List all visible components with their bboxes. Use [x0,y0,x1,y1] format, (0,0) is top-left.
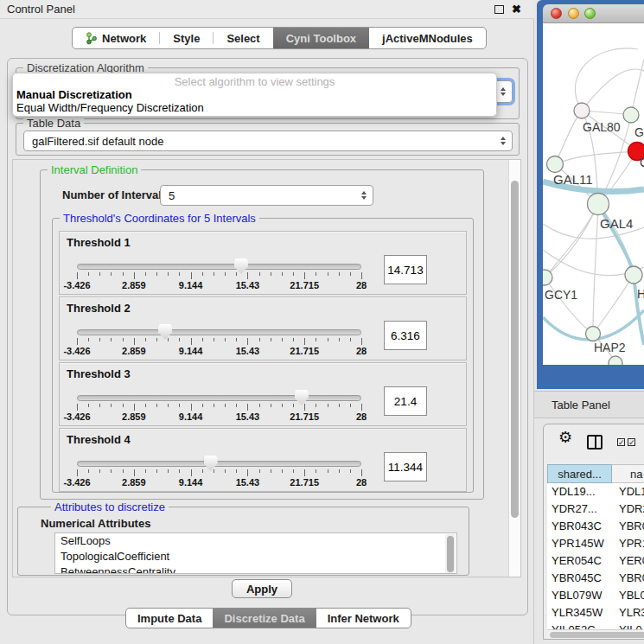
column-header-name[interactable]: na [612,464,644,483]
minimize-traffic-light-icon[interactable] [568,8,579,19]
slider-track[interactable] [77,395,361,401]
gear-icon[interactable]: ⚙ [558,428,572,447]
attribute-list-item[interactable]: TopologicalCoefficient [55,549,456,564]
table-row[interactable]: YER054CYER0 [547,552,644,570]
dropdown-option-manual[interactable]: Manual Discretization [13,88,496,101]
minor-tick [259,404,260,407]
tab-cyni-toolbox[interactable]: Cyni Toolbox [273,28,369,48]
tab-style[interactable]: Style [160,28,213,48]
tab-discretize-data[interactable]: Discretize Data [213,609,316,628]
major-tick [191,338,192,345]
checkbox-icon[interactable]: ✓ [628,438,635,446]
split-columns-icon[interactable] [587,435,603,450]
table-row[interactable]: YBL079WYBL0 [547,587,644,604]
minor-tick [350,338,351,341]
tick-label: 28 [356,346,367,356]
table-row[interactable]: YDL19...YDL1 [547,483,644,501]
tab-network[interactable]: Network [73,28,159,48]
number-of-intervals-combobox[interactable]: 5 [160,185,373,206]
slider-thumb[interactable] [158,324,172,340]
minor-tick [111,469,112,473]
tick-label: 9.144 [179,477,203,488]
minor-tick [225,272,226,276]
minor-tick [293,469,294,473]
table-row[interactable]: YBR045CYBR0 [547,570,644,587]
network-node[interactable] [625,266,642,284]
major-tick [304,404,305,411]
close-traffic-light-icon[interactable] [551,8,562,19]
tick-label: -3.426 [63,411,90,422]
minor-tick [350,404,351,407]
network-node[interactable] [609,356,622,365]
major-tick [361,404,362,411]
threshold-value-field[interactable]: 11.344 [384,452,427,481]
threshold-value-field[interactable]: 6.316 [384,321,427,350]
network-node[interactable] [588,194,609,215]
tab-jactivemnodules[interactable]: jActiveMNodules [369,28,486,48]
network-node[interactable] [547,156,564,173]
table-row[interactable]: YPR145WYPR1 [547,535,644,552]
dropdown-option-equal-width[interactable]: Equal Width/Frequency Discretization [13,101,496,114]
attribute-list-item[interactable]: SelfLoops [55,533,456,549]
minor-tick [282,272,283,276]
minor-tick [293,404,294,407]
zoom-traffic-light-icon[interactable] [584,8,596,19]
major-tick [77,338,78,345]
scrollbar-thumb[interactable] [447,536,454,572]
tick-label: 21.715 [290,477,319,488]
numerical-attributes-label: Numerical Attributes [41,517,150,530]
tab-select[interactable]: Select [214,28,272,48]
vertical-scrollbar[interactable] [508,160,520,577]
minor-tick [282,404,283,407]
minor-tick [111,272,112,276]
tick-label: 21.715 [290,411,319,422]
tab-cyni-toolbox-label: Cyni Toolbox [286,32,356,45]
table-data-combobox[interactable]: galFiltered.sif default node [23,131,513,151]
tab-infer-network[interactable]: Infer Network [316,609,411,628]
float-window-icon[interactable] [494,5,504,14]
minor-tick [282,338,283,341]
threshold-value-field[interactable]: 14.713 [384,255,427,284]
close-icon[interactable]: ✖ [512,3,521,16]
tab-impute-data[interactable]: Impute Data [126,609,213,628]
slider-track[interactable] [77,461,361,467]
table-panel-header: Table Panel [534,391,644,418]
threshold-value-field[interactable]: 21.4 [384,386,427,416]
algorithm-dropdown-popup: Select algorithm to view settings Manual… [12,73,497,117]
combo-arrows-icon [501,137,506,145]
major-tick [191,404,192,411]
tick-label: 2.859 [122,411,146,422]
list-scrollbar[interactable] [445,534,456,574]
horizontal-scrollbar[interactable] [547,629,644,639]
minor-tick [328,272,328,276]
network-node[interactable] [574,103,590,118]
table-cell-shared-name: YBR045C [552,570,602,587]
tab-impute-data-label: Impute Data [137,612,201,625]
table-row[interactable]: YBR043CYBR0 [547,518,644,535]
attribute-list-item[interactable]: BetweennessCentrality [55,564,456,574]
minor-tick [156,272,157,276]
network-node[interactable] [586,327,601,341]
apply-button[interactable]: Apply [232,579,292,598]
slider-thumb[interactable] [204,456,218,471]
table-row[interactable]: YLR345WYLR3 [547,604,644,622]
tick-label: 21.715 [290,346,319,356]
minor-tick [214,404,214,407]
network-canvas[interactable]: GAL80GACGAL11GAL4HGCY1HAP2 [543,23,644,365]
network-node[interactable] [623,107,639,123]
table-row[interactable]: YDR27...YDR2 [547,501,644,518]
slider-track[interactable] [77,329,361,335]
table-cell-name: YBR0 [619,518,644,535]
network-window-titlebar[interactable] [543,4,644,23]
column-header-shared-name[interactable]: shared... [547,464,612,483]
scrollbar-thumb[interactable] [511,181,519,518]
minor-tick [123,404,124,407]
scrollbar-thumb[interactable] [550,632,644,638]
checkbox-icon[interactable]: ✓ [617,438,625,446]
numerical-attributes-list[interactable]: SelfLoopsTopologicalCoefficientBetweenne… [54,532,457,574]
slider-track[interactable] [77,264,361,270]
tick-label: 9.144 [179,346,203,356]
minor-tick [236,469,237,473]
tab-style-label: Style [173,32,200,45]
slider-thumb[interactable] [295,390,309,405]
